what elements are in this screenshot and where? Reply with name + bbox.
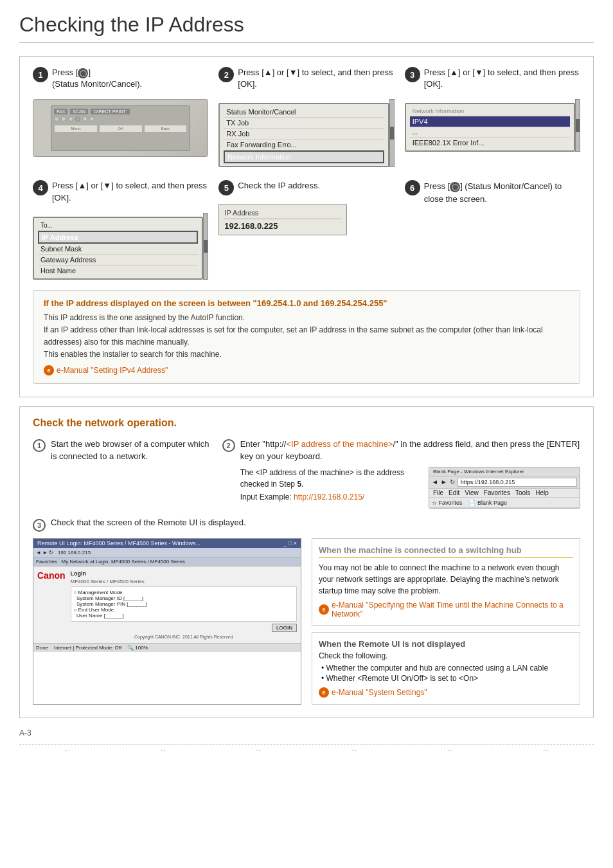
status-monitor-icon-1: ◯: [78, 68, 88, 78]
remote-ui-form: ○ Management Mode System Manager ID [___…: [71, 586, 297, 622]
step-4-lcd-screen: To... IP Address Subnet Mask Gateway Add…: [33, 217, 203, 280]
net-step-1-num: 1: [33, 439, 46, 452]
bullet-2: Whether <Remote UI On/Off> is set to <On…: [321, 673, 573, 683]
info-box: If the IP address displayed on the scree…: [33, 290, 580, 384]
remote-ui-login-button[interactable]: LOGIN: [272, 624, 297, 632]
remote-ui-favbar: Favorites My Network at Login: MF4000 Se…: [33, 557, 301, 566]
net-step-2-num: 2: [222, 439, 235, 452]
form-system-mgr-id: System Manager ID [______]: [74, 595, 294, 601]
hub-info-box: When the machine is connected to a switc…: [312, 538, 580, 626]
browser-fav-text: ☆ Favorites 📄 Blank Page: [432, 500, 507, 506]
browser-refresh-btn[interactable]: ↻: [450, 478, 455, 485]
step-4-block: 4 Press [▲] or [▼] to select, and then p…: [33, 180, 208, 279]
step-5-text: Check the IP address.: [238, 180, 320, 192]
browser-menu-help[interactable]: Help: [535, 489, 549, 496]
browser-menu-view[interactable]: View: [465, 489, 479, 496]
hub-info-body: You may not be able to connect the machi…: [319, 562, 573, 597]
step-5-number: 5: [218, 180, 234, 195]
browser-menu-file[interactable]: File: [433, 489, 443, 496]
browser-back-btn[interactable]: ◄: [432, 478, 438, 485]
step-6-number: 6: [405, 180, 420, 195]
step-3-block: 3 Press [▲] or [▼] to select, and then p…: [405, 67, 580, 167]
browser-forward-btn[interactable]: ►: [441, 478, 447, 485]
screen-item-network-info: Network Information: [224, 150, 384, 163]
remote-ui-title-text: Remote UI Login: MF4000 Series / MF4500 …: [37, 540, 200, 547]
step-1-number: 1: [33, 67, 48, 82]
step-1-block: 1 Press [◯] (Status Monitor/Cancel). FAX…: [33, 67, 208, 167]
step-2-block: 2 Press [▲] or [▼] to select, and then p…: [218, 67, 394, 167]
browser-mockup: Blank Page - Windows Internet Explorer ◄…: [429, 467, 580, 509]
form-management-mode: ○ Management Mode: [74, 590, 294, 595]
screen-item-fax-fwd: Fax Forwarding Erro...: [224, 140, 384, 150]
step-3-area: Remote UI Login: MF4000 Series / MF4500 …: [33, 538, 580, 705]
form-end-user-mode: ○ End User Mode: [74, 607, 294, 613]
remote-ui-statusbar: Done Internet | Protected Mode: Off 🔍 10…: [33, 643, 301, 652]
info-box-title: If the IP address displayed on the scree…: [44, 298, 569, 308]
step-2-number: 2: [218, 67, 234, 82]
step-3-text: Press [▲] or [▼] to select, and then pre…: [424, 67, 580, 90]
step-6-header: 6 Press [◯] (Status Monitor/Cancel) to c…: [405, 180, 580, 205]
browser-menu-favorites[interactable]: Favorites: [484, 489, 510, 496]
remote-ui-info-title: When the Remote UI is not displayed: [319, 639, 573, 649]
browser-nav-row: ◄ ► ↻ https://192.168.0.215: [429, 476, 580, 489]
step-2-text: Press [▲] or [▼] to select, and then pre…: [238, 67, 394, 90]
step-1-text: Press [◯] (Status Monitor/Cancel).: [52, 67, 142, 90]
step-2-screen-container: Status Monitor/Cancel TX Job RX Job Fax …: [218, 99, 394, 167]
screen-item-rx-job: RX Job: [224, 129, 384, 140]
step-5-block: 5 Check the IP address. IP Address 192.1…: [218, 180, 394, 279]
network-section-title: Check the network operation.: [33, 417, 580, 429]
remote-ui-window: Remote UI Login: MF4000 Series / MF4500 …: [33, 538, 301, 705]
device-image-1: FAX SCAN DIRECT PRINT: [33, 99, 208, 157]
screen-item-tx-job: TX Job: [224, 118, 384, 129]
step-4-subnet-item: Subnet Mask: [38, 244, 198, 255]
bottom-dashes: — — — — — —: [19, 744, 594, 753]
step-3-screen-container: Network Information IPV4 ... IEEE802.1X …: [405, 99, 580, 152]
net-step-2-description: The <IP address of the machine> is the a…: [240, 467, 422, 509]
emanual-icon: e: [44, 365, 54, 375]
browser-url-bar[interactable]: https://192.168.0.215: [458, 478, 577, 487]
step-3-dots: ...: [410, 127, 570, 138]
step-2-header: 2 Press [▲] or [▼] to select, and then p…: [218, 67, 394, 90]
remote-ui-emanual-icon: e: [319, 687, 329, 698]
net-step-2-text: Enter "http://<IP address of the machine…: [240, 438, 580, 463]
hub-emanual-icon: e: [319, 604, 329, 615]
step-4-scroll-thumb: [204, 240, 208, 253]
step-3-scroll-thumb: [576, 119, 580, 132]
browser-menu-edit[interactable]: Edit: [449, 489, 459, 496]
net-step-3-num: 3: [33, 519, 46, 532]
browser-window: Blank Page - Windows Internet Explorer ◄…: [429, 467, 580, 509]
step-4-to-item: To...: [38, 221, 198, 231]
copyright-text: Copyright CANON INC. 2011 All Rights Res…: [71, 635, 297, 639]
canon-logo: Canon: [37, 570, 66, 581]
remote-ui-body: Canon Login MF4000 Series / MF4500 Serie…: [33, 566, 301, 643]
step-2-scroll-thumb: [390, 127, 394, 140]
browser-menubar: File Edit View Favorites Tools Help: [429, 489, 580, 498]
step-4-gateway-item: Gateway Address: [38, 255, 198, 266]
steps-bottom-grid: 4 Press [▲] or [▼] to select, and then p…: [33, 180, 580, 279]
net-step-2-detail: The <IP address of the machine> is the a…: [240, 467, 580, 509]
form-user-name: User Name [______]: [74, 613, 294, 619]
step-ref-5: 5: [297, 480, 301, 489]
step-4-number: 4: [33, 180, 48, 195]
step-3-ieee-item: IEEE802.1X Error Inf...: [410, 138, 570, 148]
network-steps-1-2: 1 Start the web browser of a computer wh…: [33, 438, 580, 509]
ip-address-label: IP Address: [224, 209, 341, 219]
remote-ui-window-controls: _ □ ×: [283, 540, 297, 547]
remote-ui-right: Login MF4000 Series / MF4500 Series ○ Ma…: [71, 570, 297, 639]
net-step-1-text: Start the web browser of a computer whic…: [51, 438, 212, 463]
main-content-area: 1 Press [◯] (Status Monitor/Cancel). FAX…: [19, 56, 594, 397]
ip-address-value: 192.168.0.225: [224, 221, 341, 231]
remote-ui-info-link-text: e-Manual "System Settings": [332, 688, 427, 697]
page-title: Checking the IP Address: [19, 13, 594, 43]
step-3-lcd-screen: Network Information IPV4 ... IEEE802.1X …: [405, 103, 575, 152]
remote-ui-toolbar: ◄ ► ↻ 192.168.0.215: [33, 548, 301, 557]
remote-ui-left: Canon: [37, 570, 66, 639]
browser-menu-tools[interactable]: Tools: [515, 489, 530, 496]
net-step-2-input-example: Input Example: http://192.168.0.215/: [240, 493, 422, 502]
step-4-text: Press [▲] or [▼] to select, and then pre…: [52, 180, 208, 203]
step-3-number: 3: [405, 67, 420, 82]
form-system-mgr-pin: System Manager PIN [______]: [74, 601, 294, 607]
steps-top-grid: 1 Press [◯] (Status Monitor/Cancel). FAX…: [33, 67, 580, 167]
browser-favbar: ☆ Favorites 📄 Blank Page: [429, 498, 580, 508]
network-section: Check the network operation. 1 Start the…: [19, 406, 594, 718]
